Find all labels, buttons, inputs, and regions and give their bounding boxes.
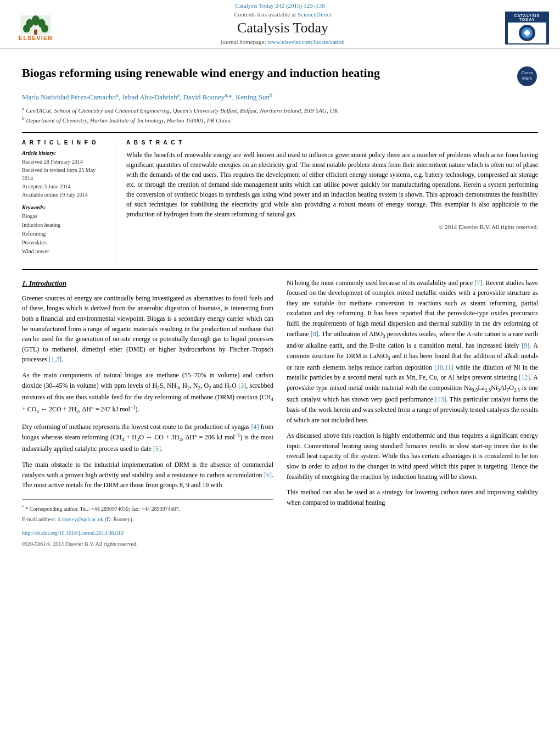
ref-4[interactable]: [4]: [251, 423, 259, 431]
homepage-link: journal homepage: www.elsevier.com/locat…: [60, 38, 505, 45]
keyword-4: Perovskites: [22, 238, 107, 247]
svg-point-4: [23, 24, 30, 32]
left-column: 1. Introduction Greener sources of energ…: [22, 278, 273, 549]
right-p2: As discussed above this reaction is high…: [287, 431, 538, 482]
abstract-heading: A B S T R A C T: [126, 140, 538, 146]
article-info-panel: A R T I C L E I N F O Article history: R…: [22, 140, 115, 261]
intro-p2: As the main components of natural biogas…: [22, 370, 273, 416]
abstract-text: While the benefits of renewable energy a…: [126, 150, 538, 219]
right-p1: Ni being the most commonly used because …: [287, 278, 538, 426]
history-label: Article history:: [22, 150, 107, 156]
journal-title: Catalysis Today: [60, 20, 505, 36]
main-two-col: 1. Introduction Greener sources of energ…: [22, 278, 538, 549]
authors-line: María Natividad Pérez-Camachoa, Jehad Ab…: [22, 92, 538, 102]
sciencedirect-link[interactable]: ScienceDirect: [298, 11, 332, 18]
keywords-section: Keywords: Biogas Induction heating Refor…: [22, 204, 107, 256]
ref-6[interactable]: [6]: [264, 471, 272, 479]
issn-copyright: 0920-5861/© 2014 Elsevier B.V. All right…: [22, 540, 273, 549]
author-1: María Natividad Pérez-Camacho: [22, 93, 116, 101]
keywords-label: Keywords:: [22, 204, 107, 210]
abstract-panel: A B S T R A C T While the benefits of re…: [126, 140, 538, 261]
crossmark-badge[interactable]: Cross Mark: [516, 65, 538, 87]
ref-5[interactable]: [5]: [153, 445, 161, 453]
main-content: 1. Introduction Greener sources of energ…: [22, 269, 538, 549]
keyword-3: Reforming: [22, 230, 107, 238]
keyword-5: Wind power: [22, 247, 107, 256]
article-info-abstract: A R T I C L E I N F O Article history: R…: [22, 132, 538, 261]
ref-12[interactable]: [12]: [519, 373, 530, 381]
keywords-list: Biogas Induction heating Reforming Perov…: [22, 212, 107, 256]
revised-date: Received in revised form 25 May 2014: [22, 166, 107, 182]
author-3: David Rooney: [183, 93, 225, 101]
intro-p4: The main obstacle to the industrial impl…: [22, 460, 273, 490]
online-date: Available online 19 July 2014: [22, 191, 107, 199]
right-column: Ni being the most commonly used because …: [287, 278, 538, 549]
ref-1-2[interactable]: [1,2]: [49, 355, 61, 363]
ref-3[interactable]: [3]: [238, 382, 246, 389]
article-title-section: Biogas reforming using renewable wind en…: [22, 65, 538, 87]
footnote-section: * * Corresponding author. Tel.: +44 2890…: [22, 499, 273, 523]
contents-available: Contents lists available at ScienceDirec…: [60, 11, 505, 18]
doi-link[interactable]: http://dx.doi.org/10.1016/j.cattod.2014.…: [22, 530, 124, 536]
ref-9[interactable]: [9]: [522, 342, 529, 349]
ref-13[interactable]: [13]: [435, 395, 446, 403]
footnote-corresponding: * * Corresponding author. Tel.: +44 2890…: [22, 504, 273, 513]
svg-rect-6: [34, 29, 37, 34]
intro-p1: Greener sources of energy are continuall…: [22, 293, 273, 365]
ref-8[interactable]: [8]: [311, 330, 318, 338]
intro-p3: Dry reforming of methane represents the …: [22, 422, 273, 455]
svg-point-9: [524, 30, 530, 36]
affiliations: a CenTACat, School of Chemistry and Chem…: [22, 105, 538, 125]
svg-text:Mark: Mark: [522, 76, 533, 81]
article-title: Biogas reforming using renewable wind en…: [22, 65, 516, 81]
journal-homepage-url[interactable]: www.elsevier.com/locate/cattod: [267, 38, 344, 45]
footnote-email: E-mail address: d.rooney@qub.ac.uk (D. R…: [22, 515, 273, 523]
article-history: Article history: Received 28 February 20…: [22, 150, 107, 199]
ref-10-11[interactable]: [10,11]: [434, 364, 453, 371]
svg-point-5: [41, 24, 48, 32]
accepted-date: Accepted 3 June 2014: [22, 182, 107, 191]
catalysis-today-logo: CATALYSIS TODAY: [505, 12, 549, 44]
received-date: Received 28 February 2014: [22, 158, 107, 166]
keyword-2: Induction heating: [22, 221, 107, 230]
affiliation-a: a CenTACat, School of Chemistry and Chem…: [22, 105, 538, 115]
ref-7[interactable]: [7]: [474, 279, 482, 287]
doi-section: http://dx.doi.org/10.1016/j.cattod.2014.…: [22, 529, 273, 538]
journal-banner: Catalysis Today 242 (2015) 129–138 ELSEV…: [0, 0, 560, 49]
section-1-title: 1. Introduction: [22, 278, 273, 289]
elsevier-wordmark: ELSEVIER: [19, 35, 53, 41]
keyword-1: Biogas: [22, 212, 107, 221]
email-link[interactable]: d.rooney@qub.ac.uk: [58, 516, 103, 522]
svg-text:Cross: Cross: [522, 70, 533, 75]
journal-header-center: Contents lists available at ScienceDirec…: [60, 11, 505, 45]
author-2: Jehad Abu-Dahrieh: [122, 93, 177, 101]
abstract-copyright: © 2014 Elsevier B.V. All rights reserved…: [126, 224, 538, 230]
elsevier-logo: ELSEVIER: [11, 13, 60, 43]
article-body: Biogas reforming using renewable wind en…: [0, 49, 560, 559]
article-info-heading: A R T I C L E I N F O: [22, 140, 107, 146]
journal-reference: Catalysis Today 242 (2015) 129–138: [0, 2, 560, 9]
author-4: Kening Sun: [236, 93, 270, 101]
affiliation-b: b Department of Chemistry, Harbin Instit…: [22, 115, 538, 125]
right-p3: This method can also be used as a strate…: [287, 487, 538, 507]
